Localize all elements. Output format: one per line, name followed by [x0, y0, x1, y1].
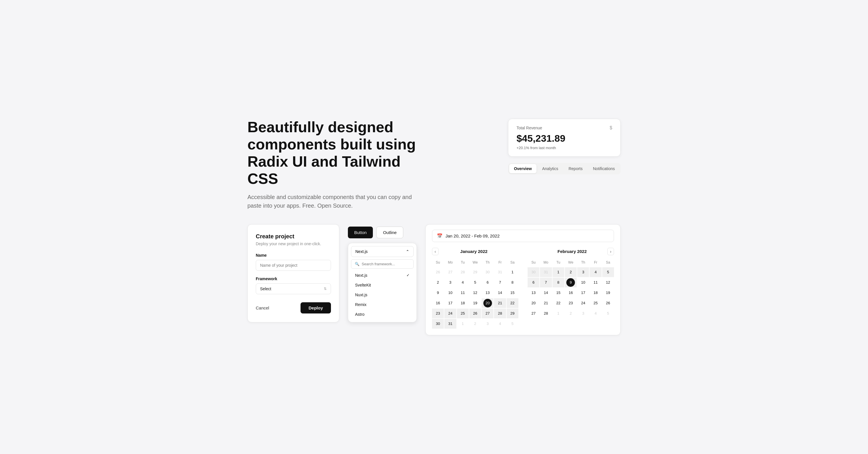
jan-day[interactable]: 5 [469, 278, 481, 287]
jan-day[interactable]: 4 [457, 278, 469, 287]
feb-day[interactable]: 3 [577, 309, 589, 318]
feb-day[interactable]: 23 [565, 298, 577, 308]
feb-day[interactable]: 11 [590, 278, 601, 287]
jan-day[interactable]: 4 [494, 319, 506, 329]
jan-day[interactable]: 23 [432, 309, 444, 318]
feb-day[interactable]: 5 [602, 309, 614, 318]
jan-day[interactable]: 28 [457, 267, 469, 277]
jan-day[interactable]: 30 [482, 267, 493, 277]
jan-day[interactable]: 29 [469, 267, 481, 277]
feb-day[interactable]: 17 [577, 288, 589, 298]
january-calendar: ‹ January 2022 Su Mo Tu We Th Fr Sa 26 [432, 248, 518, 329]
prev-month-button[interactable]: ‹ [432, 248, 439, 255]
feb-day[interactable]: 3 [577, 267, 589, 277]
jan-day[interactable]: 6 [482, 278, 493, 287]
feb-day[interactable]: 27 [528, 309, 539, 318]
framework-select[interactable]: Select ⇅ [256, 283, 331, 294]
jan-day[interactable]: 14 [494, 288, 506, 298]
jan-day[interactable]: 13 [482, 288, 493, 298]
feb-day[interactable]: 28 [540, 309, 552, 318]
feb-day[interactable]: 4 [590, 267, 601, 277]
jan-day[interactable]: 25 [457, 309, 469, 318]
feb-day[interactable]: 6 [528, 278, 539, 287]
feb-day[interactable]: 31 [540, 267, 552, 277]
button-solid[interactable]: Button [348, 227, 373, 238]
project-name-input[interactable] [256, 260, 331, 271]
jan-day-range-start[interactable]: 20 [482, 298, 493, 308]
cancel-button[interactable]: Cancel [256, 305, 269, 310]
feb-day[interactable]: 4 [590, 309, 601, 318]
date-range-header[interactable]: 📅 Jan 20, 2022 - Feb 09, 2022 [432, 230, 614, 242]
feb-day[interactable]: 1 [553, 267, 564, 277]
jan-day[interactable]: 21 [494, 298, 506, 308]
tab-overview[interactable]: Overview [509, 164, 536, 173]
feb-day[interactable]: 16 [565, 288, 577, 298]
jan-day[interactable]: 27 [482, 309, 493, 318]
tab-notifications[interactable]: Notifications [588, 164, 619, 173]
jan-day[interactable]: 26 [432, 267, 444, 277]
framework-search-input[interactable] [362, 262, 410, 266]
feb-day[interactable]: 19 [602, 288, 614, 298]
jan-day[interactable]: 2 [469, 319, 481, 329]
feb-day[interactable]: 7 [540, 278, 552, 287]
feb-day[interactable]: 2 [565, 267, 577, 277]
jan-day[interactable]: 19 [469, 298, 481, 308]
deploy-button[interactable]: Deploy [301, 302, 331, 314]
feb-day[interactable]: 24 [577, 298, 589, 308]
feb-day[interactable]: 30 [528, 267, 539, 277]
jan-day[interactable]: 26 [469, 309, 481, 318]
jan-day[interactable]: 3 [482, 319, 493, 329]
jan-day[interactable]: 29 [507, 309, 518, 318]
feb-day[interactable]: 21 [540, 298, 552, 308]
jan-day[interactable]: 28 [494, 309, 506, 318]
jan-day[interactable]: 3 [444, 278, 456, 287]
jan-day[interactable]: 9 [432, 288, 444, 298]
jan-day[interactable]: 27 [444, 267, 456, 277]
dropdown-item-astro[interactable]: Astro [351, 310, 414, 319]
jan-day[interactable]: 22 [507, 298, 518, 308]
feb-day[interactable]: 15 [553, 288, 564, 298]
dropdown-item-remix[interactable]: Remix [351, 300, 414, 310]
feb-day[interactable]: 12 [602, 278, 614, 287]
feb-day[interactable]: 8 [553, 278, 564, 287]
dropdown-item-nuxtjs[interactable]: Nuxt.js [351, 290, 414, 300]
jan-day[interactable]: 16 [432, 298, 444, 308]
feb-day[interactable]: 22 [553, 298, 564, 308]
jan-day[interactable]: 17 [444, 298, 456, 308]
button-outline[interactable]: Outline [376, 227, 403, 238]
next-month-button[interactable]: › [608, 248, 614, 255]
jan-day[interactable]: 5 [507, 319, 518, 329]
feb-day[interactable]: 26 [602, 298, 614, 308]
jan-day[interactable]: 1 [507, 267, 518, 277]
feb-day-range-end[interactable]: 9 [565, 278, 577, 287]
tab-analytics[interactable]: Analytics [538, 164, 563, 173]
jan-day[interactable]: 12 [469, 288, 481, 298]
jan-day[interactable]: 18 [457, 298, 469, 308]
feb-day[interactable]: 18 [590, 288, 601, 298]
jan-day[interactable]: 31 [494, 267, 506, 277]
feb-day[interactable]: 13 [528, 288, 539, 298]
feb-day[interactable]: 25 [590, 298, 601, 308]
framework-search-box[interactable]: 🔍 [351, 259, 414, 269]
feb-day[interactable]: 10 [577, 278, 589, 287]
jan-day[interactable]: 31 [444, 319, 456, 329]
jan-day[interactable]: 15 [507, 288, 518, 298]
jan-day[interactable]: 24 [444, 309, 456, 318]
feb-day[interactable]: 14 [540, 288, 552, 298]
jan-day[interactable]: 11 [457, 288, 469, 298]
feb-day[interactable]: 2 [565, 309, 577, 318]
dropdown-item-nextjs[interactable]: Next.js ✓ [351, 270, 414, 280]
jan-day[interactable]: 30 [432, 319, 444, 329]
feb-day[interactable]: 1 [553, 309, 564, 318]
jan-day[interactable]: 1 [457, 319, 469, 329]
dropdown-trigger[interactable]: Next.js ⌃ [351, 246, 414, 257]
jan-day[interactable]: 7 [494, 278, 506, 287]
dropdown-item-sveltekit[interactable]: SvelteKit [351, 280, 414, 290]
feb-day[interactable]: 5 [602, 267, 614, 277]
jan-day[interactable]: 10 [444, 288, 456, 298]
jan-day[interactable]: 2 [432, 278, 444, 287]
feb-day[interactable]: 20 [528, 298, 539, 308]
tab-reports[interactable]: Reports [564, 164, 587, 173]
jan-day[interactable]: 8 [507, 278, 518, 287]
jan-header-we: We [469, 259, 481, 267]
